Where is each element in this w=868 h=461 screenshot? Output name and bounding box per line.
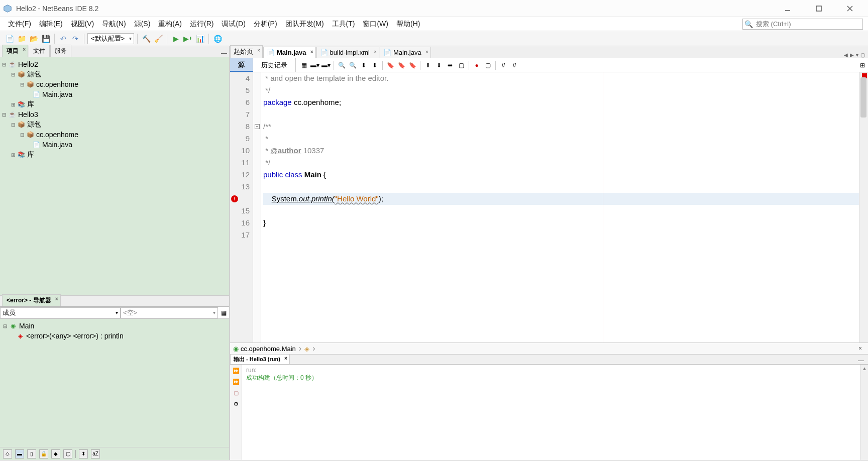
attach-button[interactable]: 🌐 bbox=[212, 33, 223, 44]
run-button[interactable]: ▶ bbox=[170, 33, 181, 44]
find-prev-button[interactable]: 🔍 bbox=[348, 60, 358, 70]
menu-run[interactable]: 运行(R) bbox=[187, 18, 216, 31]
navigator-view-dropdown[interactable]: 成员 bbox=[0, 307, 121, 318]
config-dropdown[interactable]: <默认配置> bbox=[87, 33, 134, 44]
prev-bookmark-button[interactable]: 🔖 bbox=[385, 60, 395, 70]
menu-navigate[interactable]: 导航(N) bbox=[99, 18, 129, 31]
menu-view[interactable]: 视图(V) bbox=[68, 18, 97, 31]
menu-tools[interactable]: 工具(T) bbox=[329, 18, 358, 31]
source-tab[interactable]: 源 bbox=[230, 58, 253, 72]
close-icon[interactable]: × bbox=[55, 296, 58, 302]
clean-build-button[interactable]: 🧹 bbox=[153, 33, 164, 44]
profile-button[interactable]: 📊 bbox=[194, 33, 205, 44]
filter-button[interactable]: aZ bbox=[91, 449, 100, 458]
close-icon[interactable]: × bbox=[284, 356, 287, 361]
close-icon[interactable]: × bbox=[425, 49, 428, 55]
record-macro-button[interactable]: ● bbox=[472, 60, 482, 70]
fold-toggle[interactable]: − bbox=[255, 124, 260, 129]
next-bookmark-button[interactable]: 🔖 bbox=[396, 60, 406, 70]
expand-editor-button[interactable]: ⊞ bbox=[857, 62, 868, 69]
undo-button[interactable]: ↶ bbox=[58, 33, 69, 44]
toggle-bookmark-button[interactable]: 🔖 bbox=[407, 60, 417, 70]
minimize-output-button[interactable]: — bbox=[854, 357, 868, 364]
maximize-button[interactable] bbox=[809, 3, 829, 15]
toolbar-button[interactable]: ⬍ bbox=[370, 60, 380, 70]
toolbar-button[interactable]: ▢ bbox=[456, 60, 466, 70]
filter-button[interactable]: ▬ bbox=[15, 449, 24, 458]
breadcrumb-member[interactable]: ◈ bbox=[304, 345, 309, 353]
menu-profile[interactable]: 分析(P) bbox=[251, 18, 280, 31]
maximize-button[interactable]: ▢ bbox=[860, 52, 865, 58]
stop-button[interactable]: ▢ bbox=[231, 390, 241, 400]
close-icon[interactable]: × bbox=[257, 48, 260, 53]
navigator-tree[interactable]: ⊟◉Main ◈<error>(<any> <error>) : println bbox=[0, 319, 229, 447]
settings-button[interactable]: ⚙ bbox=[231, 401, 241, 411]
menu-edit[interactable]: 编辑(E) bbox=[36, 18, 66, 31]
minimize-panel-button[interactable]: — bbox=[219, 50, 229, 57]
close-icon[interactable]: × bbox=[310, 49, 313, 55]
menu-team[interactable]: 团队开发(M) bbox=[282, 18, 327, 31]
diff-button[interactable]: ⬌ bbox=[445, 60, 455, 70]
project-tree[interactable]: ⊟☕Hello2 ⊟📦源包 ⊟📦cc.openhome 📄Main.java ⊞… bbox=[0, 57, 229, 295]
close-button[interactable] bbox=[840, 3, 860, 15]
new-file-button[interactable]: 📄 bbox=[4, 33, 15, 44]
navigator-filter-dropdown[interactable]: <空> bbox=[121, 307, 218, 318]
debug-button[interactable]: ▶⬇ bbox=[182, 33, 193, 44]
menu-file[interactable]: 文件(F) bbox=[5, 18, 34, 31]
rerun-button[interactable]: ⏩ bbox=[231, 368, 241, 378]
save-all-button[interactable]: 💾 bbox=[40, 33, 51, 44]
filter-button[interactable]: ⬍ bbox=[79, 449, 88, 458]
open-button[interactable]: 📂 bbox=[28, 33, 39, 44]
filter-button[interactable]: 🔒 bbox=[39, 449, 48, 458]
tab-build-xml[interactable]: 📄build-impl.xml× bbox=[316, 47, 379, 58]
scroll-right-button[interactable]: ▶ bbox=[850, 52, 854, 58]
filter-button[interactable]: ▢ bbox=[63, 449, 72, 458]
redo-button[interactable]: ↷ bbox=[70, 33, 81, 44]
tab-files[interactable]: 文件 bbox=[29, 45, 50, 57]
comment-button[interactable]: // bbox=[498, 60, 508, 70]
new-project-button[interactable]: 📁 bbox=[16, 33, 27, 44]
navigator-menu-button[interactable]: ▦ bbox=[218, 309, 229, 316]
error-icon[interactable]: ! bbox=[231, 195, 238, 202]
find-button[interactable]: 🔍 bbox=[337, 60, 347, 70]
uncomment-button[interactable]: // bbox=[509, 60, 519, 70]
filter-button[interactable]: ◇ bbox=[3, 449, 12, 458]
editor-scrollbar[interactable] bbox=[859, 72, 868, 342]
close-icon[interactable]: × bbox=[374, 49, 377, 55]
code-body[interactable]: * and open the template in the editor. *… bbox=[261, 72, 868, 342]
output-scrollbar[interactable]: ▲ bbox=[860, 365, 868, 460]
tab-services[interactable]: 服务 bbox=[50, 45, 71, 57]
code-editor[interactable]: 4567 891011 1213 ! 151617 − * and open t… bbox=[230, 72, 868, 342]
tab-navigator[interactable]: <error> - 导航器× bbox=[2, 294, 61, 306]
menu-debug[interactable]: 调试(D) bbox=[219, 18, 248, 31]
stop-macro-button[interactable]: ▢ bbox=[483, 60, 493, 70]
toolbar-button[interactable]: ▬▾ bbox=[321, 60, 331, 70]
output-text[interactable]: run: 成功构建（总时间：0 秒） ▲ bbox=[242, 365, 868, 460]
filter-button[interactable]: ◆ bbox=[51, 449, 60, 458]
minimize-button[interactable] bbox=[778, 3, 798, 15]
tab-start-page[interactable]: 起始页× bbox=[230, 45, 263, 58]
toolbar-button[interactable]: ▬▾ bbox=[310, 60, 320, 70]
filter-button[interactable]: ▯ bbox=[27, 449, 36, 458]
menu-refactor[interactable]: 重构(A) bbox=[155, 18, 185, 31]
history-tab[interactable]: 历史记录 bbox=[253, 58, 296, 72]
close-icon[interactable]: × bbox=[23, 47, 26, 52]
toolbar-button[interactable]: ⬍ bbox=[359, 60, 369, 70]
menu-help[interactable]: 帮助(H) bbox=[393, 18, 423, 31]
breadcrumb-class[interactable]: ◉cc.openhome.Main bbox=[233, 345, 296, 353]
tab-main-java[interactable]: 📄Main.java× bbox=[263, 47, 316, 58]
next-error-button[interactable]: ⬇ bbox=[434, 60, 444, 70]
tab-list-button[interactable]: ▾ bbox=[856, 52, 858, 58]
scroll-left-button[interactable]: ◀ bbox=[844, 52, 848, 58]
search-input[interactable] bbox=[742, 19, 863, 30]
build-button[interactable]: 🔨 bbox=[141, 33, 152, 44]
toolbar-button[interactable]: ▦ bbox=[299, 60, 309, 70]
close-breadcrumb-button[interactable]: × bbox=[855, 345, 865, 352]
output-tab[interactable]: 输出 - Hello3 (run)× bbox=[230, 354, 290, 364]
menu-source[interactable]: 源(S) bbox=[131, 18, 154, 31]
scrollbar-thumb[interactable] bbox=[860, 77, 866, 118]
rerun-button[interactable]: ⏩ bbox=[231, 379, 241, 389]
tab-main-java-2[interactable]: 📄Main.java× bbox=[380, 47, 431, 58]
prev-error-button[interactable]: ⬆ bbox=[423, 60, 433, 70]
tab-projects[interactable]: 项目× bbox=[2, 45, 28, 57]
